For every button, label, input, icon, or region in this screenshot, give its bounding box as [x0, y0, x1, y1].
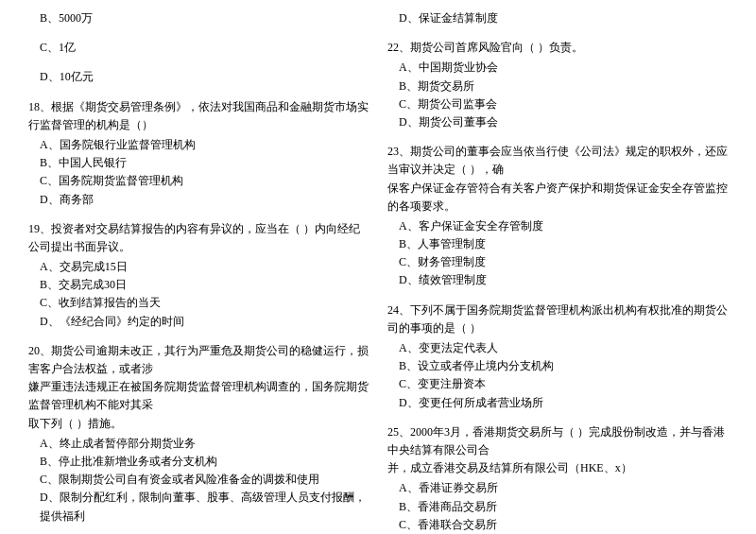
q23-option-d: D、绩效管理制度	[387, 271, 728, 289]
q23-option-c: C、财务管理制度	[387, 253, 728, 271]
question-d-10yi: D、10亿元	[28, 68, 369, 86]
q20-option-c: C、限制期货公司自有资金或者风险准备金的调拨和使用	[28, 471, 369, 489]
question-25: 25、2000年3月，香港期货交易所与（ ）完成股份制改造，并与香港中央结算有限…	[387, 423, 728, 534]
left-column: B、5000万 C、1亿 D、10亿元 18、根据《期货交易管理条例》，依法对我…	[28, 9, 369, 534]
q23-option-b: B、人事管理制度	[387, 235, 728, 253]
q22-option-a: A、中国期货业协会	[387, 59, 728, 77]
q24-option-d: D、变更任何所成者营业场所	[387, 394, 728, 412]
question-b-5000: B、5000万	[28, 9, 369, 27]
question-d-baozheng: D、保证金结算制度	[387, 9, 728, 27]
q23-option-a: A、客户保证金安全存管制度	[387, 217, 728, 235]
q25-option-a: A、香港证券交易所	[387, 479, 728, 497]
option-d-10yi: D、10亿元	[28, 68, 369, 86]
q24-option-c: C、变更注册资本	[387, 375, 728, 393]
q20-option-a: A、终止成者暂停部分期货业务	[28, 435, 369, 453]
page-content: B、5000万 C、1亿 D、10亿元 18、根据《期货交易管理条例》，依法对我…	[28, 9, 728, 534]
question-18: 18、根据《期货交易管理条例》，依法对我国商品和金融期货市场实行监督管理的机构是…	[28, 98, 369, 209]
q18-option-d: D、商务部	[28, 191, 369, 209]
question-20-text: 20、期货公司逾期未改正，其行为严重危及期货公司的稳健运行，损害客户合法权益，或…	[28, 342, 369, 433]
q25-option-b: B、香港商品交易所	[387, 498, 728, 516]
q22-option-b: B、期货交易所	[387, 78, 728, 95]
question-24-text: 24、下列不属于国务院期货监督管理机构派出机构有权批准的期货公司的事项的是（ ）	[387, 301, 728, 337]
option-d-baozheng: D、保证金结算制度	[387, 9, 728, 27]
question-23-text: 23、期货公司的董事会应当依当行使《公司法》规定的职权外，还应当审议并决定（ ）…	[387, 143, 728, 215]
question-19: 19、投资者对交易结算报告的内容有异议的，应当在（ ）内向经纪公司提出书面异议。…	[28, 220, 369, 331]
q18-option-a: A、国务院银行业监督管理机构	[28, 136, 369, 154]
q18-option-b: B、中国人民银行	[28, 154, 369, 172]
question-c-1yi: C、1亿	[28, 39, 369, 57]
q22-option-d: D、期货公司董事会	[387, 113, 728, 131]
q18-option-c: C、国务院期货监督管理机构	[28, 172, 369, 190]
question-18-text: 18、根据《期货交易管理条例》，依法对我国商品和金融期货市场实行监督管理的机构是…	[28, 98, 369, 134]
q19-option-a: A、交易完成15日	[28, 258, 369, 276]
q24-option-b: B、设立或者停止境内分支机构	[387, 357, 728, 375]
q19-option-d: D、《经纪合同》约定的时间	[28, 313, 369, 331]
question-24: 24、下列不属于国务院期货监督管理机构派出机构有权批准的期货公司的事项的是（ ）…	[387, 301, 728, 412]
option-b-5000: B、5000万	[28, 9, 369, 27]
question-23: 23、期货公司的董事会应当依当行使《公司法》规定的职权外，还应当审议并决定（ ）…	[387, 143, 728, 290]
question-19-text: 19、投资者对交易结算报告的内容有异议的，应当在（ ）内向经纪公司提出书面异议。	[28, 220, 369, 256]
question-20: 20、期货公司逾期未改正，其行为严重危及期货公司的稳健运行，损害客户合法权益，或…	[28, 342, 369, 525]
option-c-1yi: C、1亿	[28, 39, 369, 57]
q19-option-c: C、收到结算报告的当天	[28, 294, 369, 312]
right-column: D、保证金结算制度 22、期货公司首席风险官向（ ）负责。 A、中国期货业协会 …	[387, 9, 728, 534]
q19-option-b: B、交易完成30日	[28, 276, 369, 294]
question-22: 22、期货公司首席风险官向（ ）负责。 A、中国期货业协会 B、期货交易所 C、…	[387, 39, 728, 131]
question-22-text: 22、期货公司首席风险官向（ ）负责。	[387, 39, 728, 57]
q22-option-c: C、期货公司监事会	[387, 95, 728, 113]
q20-option-b: B、停止批准新增业务或者分支机构	[28, 453, 369, 471]
q20-option-d: D、限制分配红利，限制向董事、股事、高级管理人员支付报酬，提供福利	[28, 489, 369, 525]
question-25-text: 25、2000年3月，香港期货交易所与（ ）完成股份制改造，并与香港中央结算有限…	[387, 423, 728, 478]
q24-option-a: A、变更法定代表人	[387, 339, 728, 357]
q25-option-c: C、香港联合交易所	[387, 516, 728, 534]
